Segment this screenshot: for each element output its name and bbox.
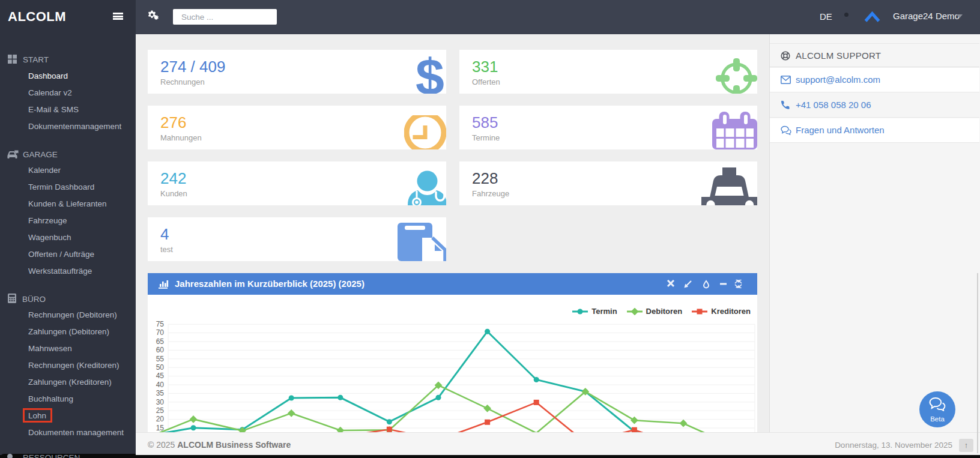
- svg-text:20: 20: [156, 415, 165, 423]
- svg-text:35: 35: [156, 389, 165, 397]
- svg-text:45: 45: [156, 372, 165, 380]
- svg-text:60: 60: [156, 346, 165, 354]
- svg-text:50: 50: [156, 363, 165, 372]
- svg-text:55: 55: [156, 355, 165, 363]
- svg-text:25: 25: [156, 406, 165, 415]
- svg-text:40: 40: [156, 381, 165, 389]
- svg-text:65: 65: [156, 337, 165, 346]
- svg-text:30: 30: [156, 398, 165, 406]
- svg-text:70: 70: [156, 328, 165, 337]
- svg-text:75: 75: [156, 320, 165, 328]
